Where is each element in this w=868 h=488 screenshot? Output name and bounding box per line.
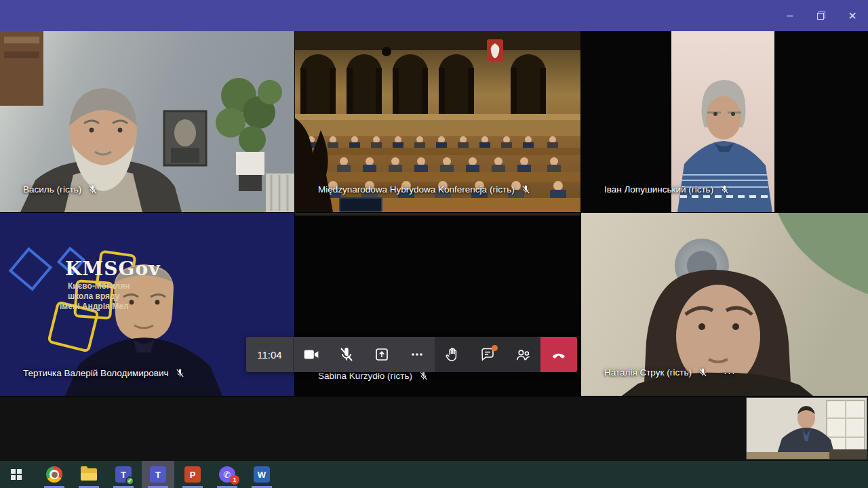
wall-portrait [164,111,206,165]
share-button[interactable] [364,337,399,372]
chat-button[interactable] [470,337,505,372]
close-button[interactable]: ✕ [837,0,868,31]
mic-muted-icon [418,371,429,381]
powerpoint-icon: P [184,466,201,483]
viber-icon: ✆ 1 [219,466,235,483]
minimize-button[interactable]: – [774,0,806,31]
window-controls: – ✕ [774,0,868,31]
monitor [340,198,382,211]
hang-up-button[interactable] [540,337,577,372]
teams-status-check: ✓ [125,476,134,485]
participant-name: Sabina Kurzydło (гість) [318,371,412,381]
participant-label: Іван Лопушинський (гість) [604,184,730,195]
chandelier [382,47,391,56]
kmsgov-line1: Києво-Могилян [68,281,130,291]
video-tile-ivan[interactable]: Іван Лопушинський (гість) [581,31,868,212]
call-duration: 11:04 [246,337,294,372]
taskbar-teams-active[interactable]: T [142,461,174,488]
mic-muted-icon [175,368,185,378]
raise-hand-icon [444,346,460,363]
participant-label: Наталія Струк (гість) ··· [604,367,736,378]
video-tile-vasyl[interactable]: Василь (гість) [0,31,294,212]
word-icon: W [254,466,270,483]
share-screen-icon [374,346,390,363]
participant-label: Василь (гість) [23,184,98,195]
participant-name: Наталія Струк (гість) [604,367,692,378]
video-tile-conference[interactable]: Międzynarodowa Hybrydowa Konferencja (гі… [295,31,580,212]
teams-meeting-window: – ✕ [0,0,868,488]
window-titlebar: – ✕ [0,0,868,31]
mic-muted-icon [698,367,708,378]
viber-badge: 1 [230,475,239,485]
more-options-icon [409,346,425,363]
participant-name: Василь (гість) [23,184,81,195]
participant-label: Międzynarodowa Hybrydowa Konferencja (гі… [318,184,531,195]
participant-name: Тертичка Валерій Володимирович [23,368,169,378]
file-explorer-icon [81,468,97,481]
polish-emblem [487,39,503,61]
raise-hand-button[interactable] [435,337,470,372]
kmsgov-line3: імені Андрія Мел [60,302,129,311]
taskbar-file-explorer[interactable] [73,461,105,488]
teams-classic-icon: T ✓ [115,466,132,483]
roster-strip: +17 PD MG JR DP MM AL KM WG KS JS OM [0,396,868,461]
video-tile-natalia[interactable]: Наталія Струк (гість) ··· [581,213,868,396]
self-video-feed [747,398,867,460]
taskbar-teams-classic[interactable]: T ✓ [107,461,140,488]
call-control-bar: 11:04 [246,337,577,372]
mic-muted-icon [338,346,355,363]
camera-button[interactable] [294,337,329,372]
participants-icon [515,346,532,363]
microphone-button[interactable] [329,337,364,372]
taskbar-viber[interactable]: ✆ 1 [211,461,243,488]
camera-icon [302,346,320,363]
participant-name: Іван Лопушинський (гість) [604,184,713,195]
start-button[interactable] [0,461,33,488]
participant-label: Sabina Kurzydło (гість) [318,371,429,381]
mic-muted-icon [521,184,531,195]
windows-logo-icon [11,469,22,480]
taskbar-powerpoint[interactable]: P [176,461,209,488]
chrome-icon [46,466,62,483]
kmsgov-title: KMSGov [65,258,160,280]
chat-notification-badge [492,345,498,351]
restore-button[interactable] [806,0,837,31]
restore-icon [817,12,825,20]
kmsgov-line2: школа вряду [68,291,120,301]
participant-label: Тертичка Валерій Володимирович [23,368,185,378]
teams-icon: T [150,466,166,483]
taskbar-word[interactable]: W [245,461,278,488]
mic-muted-icon [719,184,730,195]
taskbar-chrome[interactable] [38,461,71,488]
mic-muted-icon [87,184,98,195]
participants-button[interactable] [505,337,540,372]
tile-more-options[interactable]: ··· [724,367,736,378]
participant-name: Międzynarodowa Hybrydowa Konferencja (гі… [318,184,515,195]
self-view-video[interactable] [746,397,867,460]
hang-up-icon [550,346,568,363]
windows-taskbar: T ✓ T P ✆ 1 W [0,461,868,488]
more-actions-button[interactable] [399,337,435,372]
